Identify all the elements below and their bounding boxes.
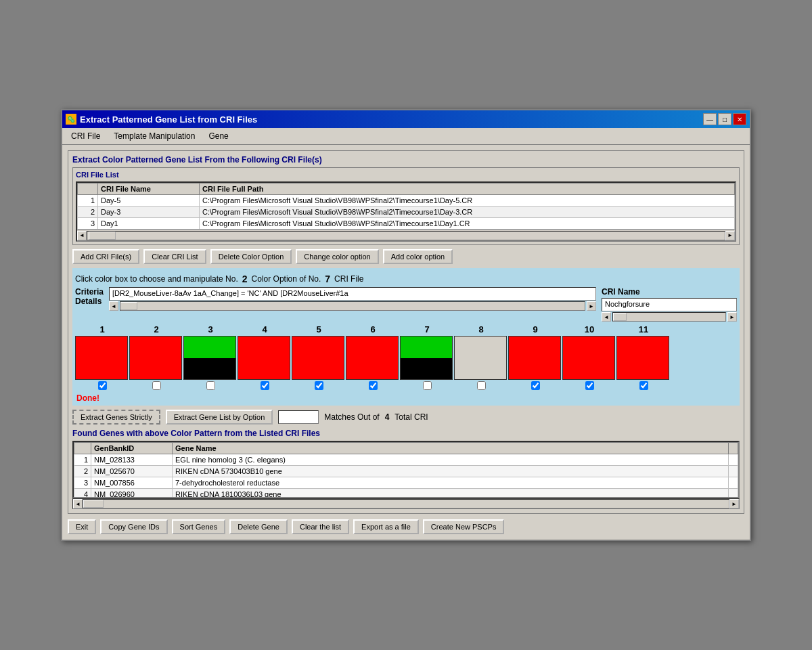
- cri-file-table-container: CRI File Name CRI File Full Path 1 Day-5…: [76, 181, 736, 242]
- criteria-scroll-left[interactable]: ◄: [109, 301, 118, 311]
- color-box-10[interactable]: [562, 336, 615, 380]
- checkbox-cell-11: [616, 381, 671, 392]
- color-box-1[interactable]: [75, 336, 128, 380]
- color-box-8[interactable]: [454, 336, 507, 380]
- close-button[interactable]: ✕: [733, 113, 746, 125]
- menu-template-manipulation[interactable]: Template Manipulation: [110, 130, 198, 142]
- gene-col-id: GenBankID: [91, 443, 173, 454]
- scroll-left-btn[interactable]: ◄: [77, 231, 87, 240]
- color-numbers-row: 1234567891011: [75, 324, 737, 334]
- color-info-row: Click color box to choose and manipulate…: [75, 274, 737, 284]
- checkbox-9[interactable]: [531, 381, 540, 390]
- gene-hthumb[interactable]: [83, 500, 104, 508]
- row-num: 1: [78, 195, 98, 207]
- change-color-button[interactable]: Change color option: [296, 249, 378, 264]
- checkbox-6[interactable]: [369, 381, 378, 390]
- color-box-6[interactable]: [346, 336, 399, 380]
- checkbox-10[interactable]: [585, 381, 594, 390]
- sort-genes-button[interactable]: Sort Genes: [172, 519, 226, 534]
- copy-gene-ids-button[interactable]: Copy Gene IDs: [100, 519, 167, 534]
- cri-name-hthumb[interactable]: [613, 313, 627, 321]
- extract-option-button[interactable]: Extract Gene List by Option: [166, 410, 273, 425]
- export-file-button[interactable]: Export as a file: [353, 519, 419, 534]
- row-filename: Day-5: [98, 195, 200, 207]
- row-filepath: C:\Program Files\Microsoft Visual Studio…: [200, 218, 735, 230]
- cri-name-scrollbar[interactable]: ◄ ►: [602, 312, 737, 322]
- matches-value: 4: [385, 412, 390, 422]
- delete-color-button[interactable]: Delete Color Option: [210, 249, 292, 264]
- table-row[interactable]: 3 NM_007856 7-dehydrocholesterol reducta…: [74, 477, 738, 489]
- gene-htrack[interactable]: [83, 499, 729, 508]
- gene-hscrollbar[interactable]: ◄ ►: [72, 498, 740, 509]
- gene-table-scroll[interactable]: GenBankID Gene Name 1 NM_028133 EGL nine…: [72, 441, 740, 498]
- cri-name-scroll-right[interactable]: ►: [727, 312, 737, 322]
- checkbox-11[interactable]: [639, 381, 648, 390]
- minimize-button[interactable]: —: [703, 113, 717, 125]
- color-info-suffix: CRI File: [334, 274, 363, 284]
- hscrollbar-track[interactable]: [87, 231, 725, 240]
- color-box-9[interactable]: [508, 336, 561, 380]
- gene-scroll-left[interactable]: ◄: [73, 499, 83, 508]
- create-pscp-button[interactable]: Create New PSCPs: [423, 519, 505, 534]
- checkbox-4[interactable]: [261, 381, 269, 390]
- row-filename: Day-3: [98, 207, 200, 218]
- row-filepath: C:\Program Files\Microsoft Visual Studio…: [200, 195, 735, 207]
- checkbox-8[interactable]: [477, 381, 486, 390]
- extract-strict-button[interactable]: Extract Genes Strictly: [72, 410, 160, 425]
- table-row[interactable]: 3 Day1 C:\Program Files\Microsoft Visual…: [78, 218, 735, 230]
- col-filepath: CRI File Full Path: [200, 183, 735, 195]
- color-number-3: 3: [183, 324, 238, 334]
- color-box-11[interactable]: [616, 336, 669, 380]
- checkbox-7[interactable]: [423, 381, 432, 390]
- color-box-7[interactable]: [400, 336, 453, 380]
- gene-table: GenBankID Gene Name 1 NM_028133 EGL nine…: [74, 442, 738, 498]
- table-row[interactable]: 4 NM_026960 RIKEN cDNA 1810036L03 gene: [74, 489, 738, 499]
- checkbox-cell-2: [129, 381, 183, 392]
- gene-row-spacer: [729, 466, 738, 477]
- gene-row-spacer: [729, 454, 738, 466]
- cri-name-scroll-left[interactable]: ◄: [602, 312, 611, 322]
- clear-list-button[interactable]: Clear the list: [292, 519, 349, 534]
- checkbox-3[interactable]: [206, 381, 215, 390]
- checkbox-1[interactable]: [98, 381, 107, 390]
- color-box-4[interactable]: [238, 336, 290, 380]
- gene-col-scroll: [729, 443, 738, 454]
- checkbox-2[interactable]: [152, 381, 161, 390]
- menu-cri-file[interactable]: CRI File: [68, 130, 104, 142]
- add-color-button[interactable]: Add color option: [383, 249, 453, 264]
- scroll-right-btn[interactable]: ►: [725, 231, 735, 240]
- table-row[interactable]: 2 NM_025670 RIKEN cDNA 5730403B10 gene: [74, 466, 738, 477]
- button-row-1: Add CRI File(s) Clear CRI List Delete Co…: [72, 249, 740, 264]
- gene-scroll-right[interactable]: ►: [729, 499, 739, 508]
- color-box-3[interactable]: [183, 336, 236, 380]
- maximize-button[interactable]: □: [718, 113, 731, 125]
- table-row[interactable]: 1 NM_028133 EGL nine homolog 3 (C. elega…: [74, 454, 738, 466]
- cri-name-htrack[interactable]: [612, 312, 726, 322]
- add-cri-button[interactable]: Add CRI File(s): [72, 249, 139, 264]
- color-box-2[interactable]: [129, 336, 182, 380]
- window-title: Extract Patterned Gene List from CRI Fil…: [80, 114, 257, 125]
- criteria-scrollbar[interactable]: ◄ ►: [109, 301, 596, 311]
- criteria-scroll-right[interactable]: ►: [587, 301, 596, 311]
- criteria-htrack[interactable]: [120, 301, 585, 311]
- checkbox-cell-4: [238, 381, 292, 392]
- gene-row-spacer: [729, 477, 738, 489]
- clear-cri-button[interactable]: Clear CRI List: [143, 249, 206, 264]
- cri-hscrollbar[interactable]: ◄ ►: [77, 230, 735, 240]
- table-row[interactable]: 1 Day-5 C:\Program Files\Microsoft Visua…: [78, 195, 735, 207]
- color-number-6: 6: [346, 324, 400, 334]
- gene-row-num: 4: [74, 489, 91, 499]
- delete-gene-button[interactable]: Delete Gene: [229, 519, 288, 534]
- color-number-8: 8: [454, 324, 508, 334]
- color-number-10: 10: [562, 324, 616, 334]
- hscrollbar-thumb[interactable]: [89, 232, 116, 240]
- color-number-5: 5: [292, 324, 346, 334]
- color-box-5[interactable]: [292, 336, 344, 380]
- exit-button[interactable]: Exit: [68, 519, 96, 534]
- cri-file-table-scroll[interactable]: CRI File Name CRI File Full Path 1 Day-5…: [77, 183, 735, 230]
- menu-gene[interactable]: Gene: [205, 130, 231, 142]
- criteria-title-1: Criteria: [75, 287, 104, 297]
- criteria-hthumb[interactable]: [120, 302, 137, 310]
- checkbox-5[interactable]: [315, 381, 323, 390]
- table-row[interactable]: 2 Day-3 C:\Program Files\Microsoft Visua…: [78, 207, 735, 218]
